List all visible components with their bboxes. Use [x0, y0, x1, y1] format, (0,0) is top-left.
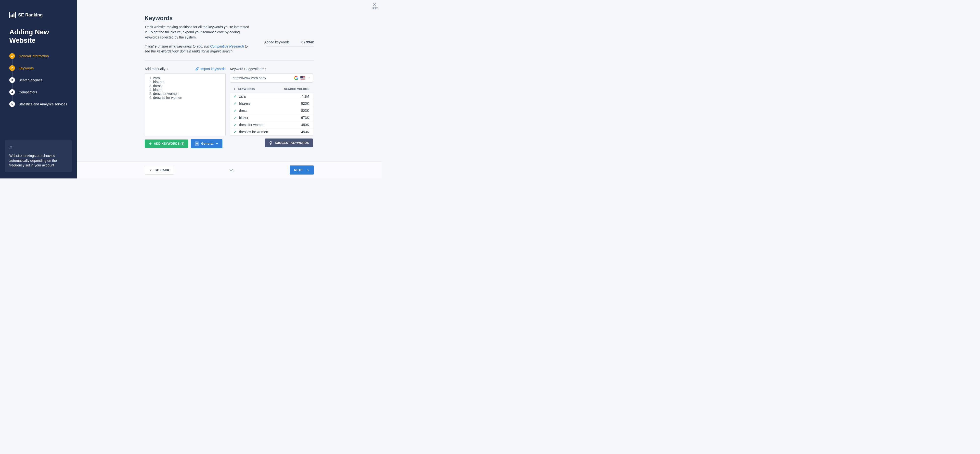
competitive-research-link[interactable]: Competitive Research	[210, 44, 244, 48]
info-icon[interactable]: i	[265, 67, 266, 71]
button-label: SUGGEST KEYWORDS	[275, 141, 309, 144]
chevron-down-icon	[216, 142, 218, 145]
suggestion-keyword: dresses for women	[239, 130, 268, 134]
brand-name: SE Ranking	[18, 13, 43, 17]
button-label: General	[201, 142, 213, 145]
step-label: Statistics and Analytics services	[19, 102, 67, 106]
suggestion-keyword: blazer	[239, 116, 248, 120]
step-number: 2	[9, 65, 15, 71]
brand-logo: SE Ranking	[9, 12, 67, 18]
go-back-button[interactable]: GO BACK	[145, 166, 174, 175]
suggestion-volume: 823K	[301, 102, 309, 105]
step-keywords[interactable]: 2 Keywords	[9, 65, 67, 71]
plus-icon[interactable]: +	[234, 87, 236, 91]
check-icon: ✓	[234, 94, 237, 98]
suggestion-row[interactable]: ✓blazers823K	[230, 100, 313, 107]
suggestion-keyword: blazers	[239, 102, 250, 105]
suggest-keywords-button[interactable]: SUGGEST KEYWORDS	[265, 138, 313, 147]
suggestions-list[interactable]: ✓zara4.1M ✓blazers823K ✓dress823K ✓blaze…	[230, 93, 313, 136]
suggestion-volume: 450K	[301, 123, 309, 127]
step-search-engines[interactable]: 3 Search engines	[9, 77, 67, 83]
info-box: # Website rankings are checked automatic…	[5, 140, 72, 172]
google-icon	[294, 76, 299, 80]
check-icon	[9, 53, 15, 59]
check-icon: ✓	[234, 116, 237, 120]
suggestion-keyword: dress for women	[239, 123, 264, 127]
manual-keyword: dress for women	[153, 92, 222, 95]
close-label: ESC	[372, 7, 378, 10]
step-general-information[interactable]: General information	[9, 53, 67, 59]
manual-keyword: dresses for women	[153, 95, 222, 100]
button-label: GO BACK	[155, 168, 169, 172]
suggestions-label: Keyword Suggestions:	[230, 67, 264, 71]
group-dropdown-button[interactable]: + General	[191, 139, 223, 148]
manual-keyword: blazers	[153, 80, 222, 84]
plus-icon	[149, 142, 152, 145]
check-icon: ✓	[234, 123, 237, 127]
hash-icon: #	[9, 144, 67, 151]
page-title: Keywords	[145, 15, 314, 22]
wizard-steps: General information 2 Keywords 3 Search …	[9, 53, 67, 107]
suggestion-row[interactable]: ✓dresses for women450K	[230, 129, 313, 135]
step-label: Search engines	[19, 78, 43, 82]
suggestion-row[interactable]: ✓zara4.1M	[230, 93, 313, 100]
chevron-down-icon[interactable]	[307, 76, 310, 79]
import-label: Import keywords	[200, 67, 226, 71]
suggestion-volume: 823K	[301, 109, 309, 113]
added-keywords-counter: Added keywords: 0 / 9942	[264, 40, 314, 46]
suggestion-keyword: dress	[239, 109, 247, 113]
suggestion-volume: 4.1M	[301, 94, 309, 98]
page-indicator: 2/5	[229, 168, 234, 172]
add-manually-label: Add manually:	[145, 67, 167, 71]
us-flag-icon	[301, 76, 305, 80]
step-number: 5	[9, 101, 15, 107]
manual-keyword: zara	[153, 76, 222, 80]
bar-chart-icon	[9, 12, 16, 18]
add-keywords-button[interactable]: ADD KEYWORDS (6)	[145, 140, 188, 148]
manual-keywords-input[interactable]: zara blazers dress blazer dress for wome…	[145, 73, 226, 136]
manual-keyword: blazer	[153, 88, 222, 92]
chevron-right-icon	[307, 169, 310, 171]
added-progress-bar	[266, 46, 314, 46]
chevron-left-icon	[150, 169, 152, 171]
suggestion-keyword: zara	[239, 94, 246, 98]
step-label: Keywords	[19, 66, 33, 70]
lightbulb-icon	[269, 141, 273, 145]
check-icon: ✓	[234, 102, 237, 105]
sidebar-title: Adding New Website	[9, 28, 67, 44]
import-keywords-link[interactable]: Import keywords	[195, 67, 226, 71]
suggestion-row[interactable]: ✓blazer673K	[230, 114, 313, 121]
close-button[interactable]: ESC	[372, 2, 378, 10]
step-label: Competitors	[19, 90, 37, 94]
step-number: 4	[9, 89, 15, 95]
th-keywords: KEYWORDS	[238, 87, 255, 90]
added-count: 0 / 9942	[301, 40, 314, 44]
main: ESC Keywords Track website ranking posit…	[77, 0, 382, 178]
manual-keyword: dress	[153, 84, 222, 88]
suggestion-row[interactable]: ✓dress823K	[230, 107, 313, 114]
add-group-icon: +	[195, 141, 199, 146]
close-icon	[372, 2, 377, 7]
added-label: Added keywords:	[264, 40, 291, 44]
suggestion-volume: 450K	[301, 130, 309, 134]
attachment-icon	[195, 67, 199, 71]
url-value: https://www.zara.com/	[233, 76, 292, 80]
suggestion-row[interactable]: ✓dress for women450K	[230, 121, 313, 129]
info-icon[interactable]: i	[167, 67, 168, 71]
step-label: General information	[19, 54, 49, 58]
check-icon: ✓	[234, 130, 237, 134]
wizard-footer: GO BACK 2/5 NEXT	[77, 161, 382, 178]
button-label: NEXT	[294, 168, 303, 172]
suggestions-url-input[interactable]: https://www.zara.com/	[230, 73, 313, 83]
info-text: Website rankings are checked automatical…	[9, 154, 67, 168]
page-description: Track website ranking positions for all …	[145, 24, 250, 40]
next-button[interactable]: NEXT	[290, 165, 314, 175]
th-volume: SEARCH VOLUME	[284, 87, 309, 90]
button-label: ADD KEYWORDS (6)	[154, 142, 185, 145]
step-competitors[interactable]: 4 Competitors	[9, 89, 67, 95]
page-hint: If you're unsure what keywords to add, r…	[145, 44, 250, 54]
step-statistics[interactable]: 5 Statistics and Analytics services	[9, 101, 67, 107]
sidebar: SE Ranking Adding New Website General in…	[0, 0, 77, 178]
check-icon: ✓	[234, 109, 237, 113]
suggestions-header: + KEYWORDS SEARCH VOLUME	[230, 85, 313, 93]
